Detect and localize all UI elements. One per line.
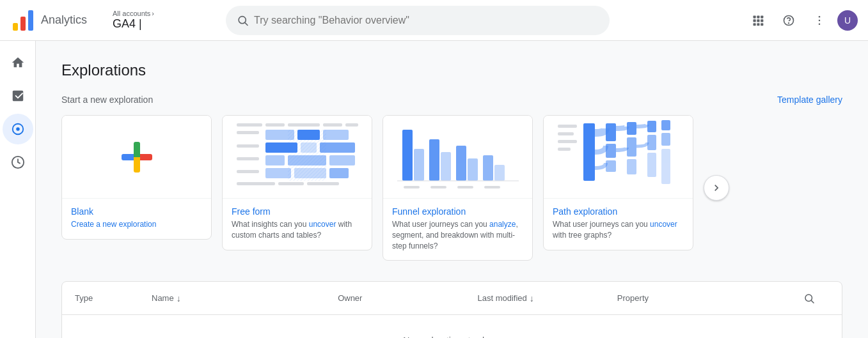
all-accounts-link[interactable]: All accounts › xyxy=(113,10,154,17)
sidebar-item-home[interactable] xyxy=(3,47,33,78)
sidebar-item-reports[interactable] xyxy=(3,81,33,111)
svg-rect-12 xyxy=(757,23,759,26)
path-chart xyxy=(551,117,686,197)
svg-point-77 xyxy=(805,295,812,302)
user-avatar[interactable]: U xyxy=(837,10,858,31)
card-funnel[interactable]: Funnel exploration What user journeys ca… xyxy=(383,115,533,261)
svg-rect-42 xyxy=(237,182,275,185)
svg-rect-21 xyxy=(237,123,262,127)
svg-rect-66 xyxy=(606,144,616,158)
svg-rect-57 xyxy=(430,186,446,188)
card-path-title: Path exploration xyxy=(553,206,684,217)
card-path-preview xyxy=(544,116,693,199)
chevron-right-icon xyxy=(710,181,723,194)
svg-point-18 xyxy=(819,23,821,25)
app-header: Analytics All accounts › GA4 | xyxy=(0,0,868,41)
svg-rect-37 xyxy=(329,155,355,165)
explore-icon xyxy=(11,122,25,136)
svg-rect-74 xyxy=(661,120,670,130)
svg-rect-10 xyxy=(761,19,763,22)
sidebar-item-explore[interactable] xyxy=(3,114,33,144)
svg-rect-24 xyxy=(323,123,342,127)
svg-rect-25 xyxy=(345,123,358,127)
svg-rect-60 xyxy=(558,125,577,128)
svg-rect-48 xyxy=(414,149,424,181)
svg-point-3 xyxy=(239,16,246,23)
svg-rect-58 xyxy=(457,186,473,188)
advertising-icon xyxy=(11,155,25,169)
col-header-owner: Owner xyxy=(338,293,477,303)
svg-rect-38 xyxy=(237,170,259,173)
app-title: Analytics xyxy=(41,13,87,27)
svg-rect-11 xyxy=(753,23,755,26)
svg-rect-5 xyxy=(753,15,755,18)
svg-line-78 xyxy=(811,300,814,303)
svg-rect-50 xyxy=(441,152,451,181)
svg-rect-59 xyxy=(484,186,500,188)
account-section[interactable]: All accounts › GA4 | xyxy=(113,10,154,31)
help-button[interactable] xyxy=(776,8,801,33)
card-freeform-info: Free form What insights can you uncover … xyxy=(223,199,372,250)
svg-rect-43 xyxy=(278,182,304,185)
section-label: Start a new exploration xyxy=(61,95,153,105)
card-blank-title: Blank xyxy=(71,206,202,217)
sort-modified-icon: ↓ xyxy=(530,293,534,303)
search-bar[interactable] xyxy=(226,6,610,35)
ga4-label[interactable]: GA4 | xyxy=(113,17,154,31)
svg-rect-51 xyxy=(456,146,466,181)
svg-rect-71 xyxy=(647,121,656,132)
svg-rect-26 xyxy=(237,131,259,134)
svg-rect-53 xyxy=(483,155,493,181)
sidebar xyxy=(0,41,36,338)
apps-button[interactable] xyxy=(745,8,771,33)
sidebar-item-advertising[interactable] xyxy=(3,147,33,178)
template-gallery-link[interactable]: Template gallery xyxy=(777,95,842,105)
chevron-icon: › xyxy=(152,10,154,17)
card-funnel-preview xyxy=(383,116,532,199)
svg-rect-56 xyxy=(404,186,420,188)
card-freeform[interactable]: Free form What insights can you uncover … xyxy=(222,115,372,250)
next-button[interactable] xyxy=(704,175,729,201)
svg-rect-30 xyxy=(237,144,259,148)
svg-rect-22 xyxy=(265,123,285,127)
card-funnel-title: Funnel exploration xyxy=(392,206,523,217)
card-path-info: Path exploration What user journeys can … xyxy=(544,199,693,250)
explorations-table: Type Name ↓ Owner Last modified ↓ Proper… xyxy=(61,281,842,338)
col-header-modified[interactable]: Last modified ↓ xyxy=(478,293,617,303)
freeform-chart xyxy=(230,117,365,197)
plus-icon xyxy=(122,142,152,173)
more-vert-icon xyxy=(813,14,826,27)
reports-icon xyxy=(11,89,25,103)
svg-rect-62 xyxy=(558,140,577,143)
sort-name-icon: ↓ xyxy=(177,293,181,303)
search-input[interactable] xyxy=(254,15,599,26)
svg-rect-75 xyxy=(661,133,670,146)
svg-rect-67 xyxy=(606,160,616,172)
svg-rect-23 xyxy=(288,123,320,127)
svg-rect-2 xyxy=(28,10,33,31)
card-freeform-preview xyxy=(223,116,372,199)
svg-rect-45 xyxy=(288,130,326,181)
svg-line-4 xyxy=(245,22,248,25)
logo-area: Analytics xyxy=(10,8,100,33)
svg-rect-52 xyxy=(468,158,478,181)
svg-point-17 xyxy=(819,19,821,21)
search-icon xyxy=(237,14,249,27)
card-path[interactable]: Path exploration What user journeys can … xyxy=(543,115,693,250)
svg-rect-69 xyxy=(627,137,636,157)
card-blank[interactable]: Blank Create a new exploration xyxy=(61,115,212,240)
col-header-search[interactable] xyxy=(803,293,829,304)
table-empty-message: No explorations to show. xyxy=(62,315,842,338)
section-header: Start a new exploration Template gallery xyxy=(61,95,842,105)
table-search-icon[interactable] xyxy=(803,293,815,304)
svg-rect-70 xyxy=(627,159,636,174)
more-button[interactable] xyxy=(807,8,832,33)
page-title: Explorations xyxy=(61,61,842,79)
help-icon xyxy=(782,14,795,27)
card-path-desc: What user journeys can you uncover with … xyxy=(553,219,684,241)
home-icon xyxy=(11,56,25,70)
svg-rect-72 xyxy=(647,135,656,150)
col-header-name[interactable]: Name ↓ xyxy=(152,293,338,303)
svg-rect-76 xyxy=(661,149,670,184)
svg-rect-44 xyxy=(307,182,339,185)
